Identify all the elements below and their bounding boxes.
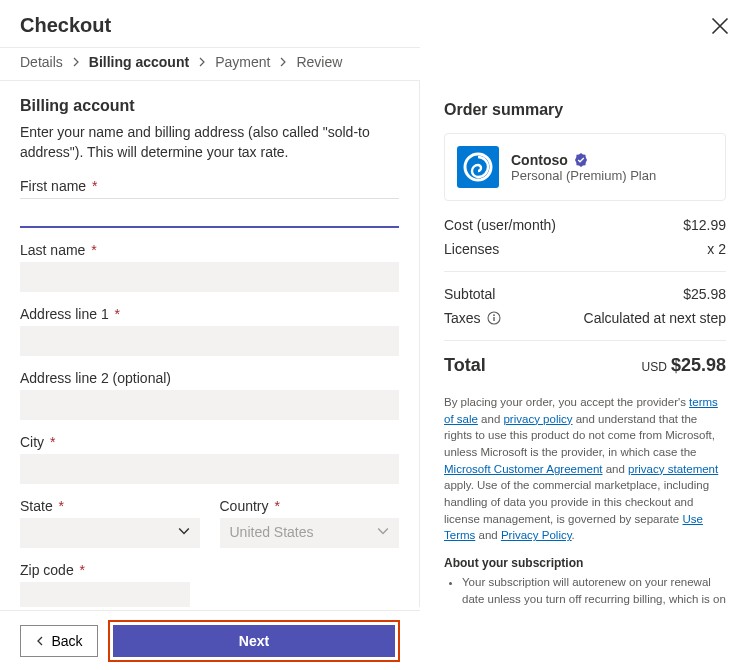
breadcrumb: Details Billing account Payment Review [0,47,420,81]
required-marker: * [115,306,120,322]
about-bullet-1: Your subscription will autorenew on your… [462,574,726,607]
highlight-frame: Next [108,620,400,662]
privacy-policy2-link[interactable]: Privacy Policy [501,529,572,541]
first-name-input[interactable] [20,198,399,228]
last-name-label: Last name * [20,242,399,258]
svg-point-2 [493,314,495,316]
address1-label: Address line 1 * [20,306,399,322]
svg-rect-3 [493,317,494,321]
product-plan: Personal (Premium) Plan [511,168,656,183]
product-name: Contoso [511,152,568,168]
licenses-value: x 2 [707,241,726,257]
order-summary: Order summary Contoso Personal (Premium)… [420,81,750,607]
cost-value: $12.99 [683,217,726,233]
address2-label: Address line 2 (optional) [20,370,399,386]
country-select[interactable]: United States [220,518,400,548]
zip-input[interactable] [20,582,190,607]
footer: Back Next [0,610,420,670]
about-subscription-heading: About your subscription [444,556,726,570]
country-select-value: United States [230,524,314,540]
first-name-label: First name * [20,178,399,194]
info-icon[interactable] [487,311,501,325]
required-marker: * [274,498,279,514]
chevron-left-icon [35,636,45,646]
next-button[interactable]: Next [113,625,395,657]
required-marker: * [92,178,97,194]
subtotal-label: Subtotal [444,286,495,302]
subtotal-value: $25.98 [683,286,726,302]
chevron-right-icon [278,57,288,67]
summary-heading: Order summary [444,101,726,119]
chevron-down-icon [178,524,190,540]
billing-form: Billing account Enter your name and bill… [0,81,420,607]
chevron-right-icon [197,57,207,67]
taxes-label: Taxes [444,310,481,326]
back-button-label: Back [51,633,82,649]
section-subtext: Enter your name and billing address (als… [20,123,399,162]
verified-badge-icon [574,153,588,167]
licenses-label: Licenses [444,241,499,257]
state-select[interactable] [20,518,200,548]
product-icon [457,146,499,188]
product-card: Contoso Personal (Premium) Plan [444,133,726,201]
total-label: Total [444,355,486,376]
legal-text: By placing your order, you accept the pr… [444,394,726,544]
total-value: $25.98 [671,355,726,375]
address1-input[interactable] [20,326,399,356]
close-button[interactable] [710,16,730,36]
cost-label: Cost (user/month) [444,217,556,233]
chevron-right-icon [71,57,81,67]
required-marker: * [91,242,96,258]
breadcrumb-step-details[interactable]: Details [20,54,63,70]
city-label: City * [20,434,399,450]
divider [444,271,726,272]
required-marker: * [59,498,64,514]
zip-label: Zip code * [20,562,399,578]
last-name-input[interactable] [20,262,399,292]
chevron-down-icon [377,524,389,540]
close-icon [710,16,730,36]
swirl-icon [462,151,494,183]
back-button[interactable]: Back [20,625,98,657]
breadcrumb-step-billing[interactable]: Billing account [89,54,189,70]
required-marker: * [50,434,55,450]
privacy-statement-link[interactable]: privacy statement [628,463,718,475]
taxes-value: Calculated at next step [584,310,726,326]
total-currency: USD [642,360,667,374]
city-input[interactable] [20,454,399,484]
divider [444,340,726,341]
state-label: State * [20,498,200,514]
country-label: Country * [220,498,400,514]
breadcrumb-step-payment[interactable]: Payment [215,54,270,70]
address2-input[interactable] [20,390,399,420]
mca-link[interactable]: Microsoft Customer Agreement [444,463,603,475]
page-title: Checkout [20,14,111,37]
privacy-policy-link[interactable]: privacy policy [503,413,572,425]
required-marker: * [80,562,85,578]
section-heading: Billing account [20,97,399,115]
breadcrumb-step-review[interactable]: Review [296,54,342,70]
